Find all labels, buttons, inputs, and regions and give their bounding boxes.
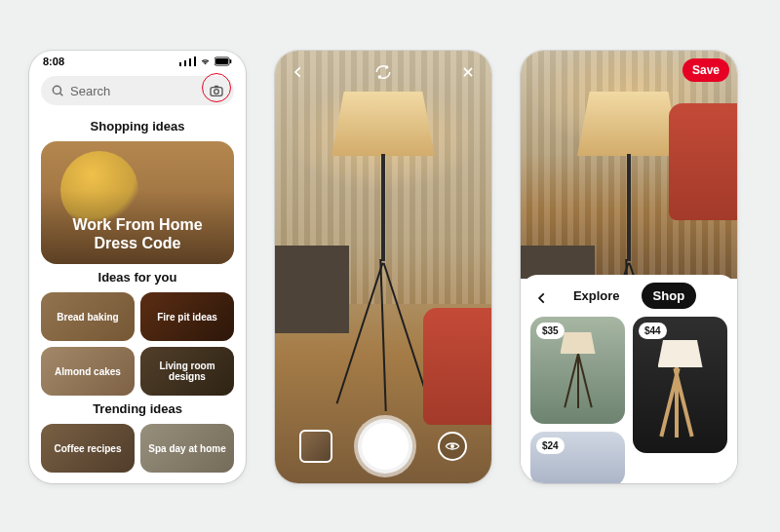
svg-rect-5	[211, 88, 222, 96]
lens-camera-button[interactable]	[207, 81, 226, 100]
svg-point-9	[451, 445, 454, 448]
status-bar: 8:08	[29, 51, 246, 72]
svg-rect-2	[230, 59, 231, 63]
svg-point-3	[53, 86, 60, 94]
status-time: 8:08	[43, 56, 64, 67]
svg-point-6	[214, 90, 219, 95]
status-icons	[179, 57, 232, 66]
shutter-button[interactable]	[358, 419, 412, 474]
camera-bottom-bar	[275, 419, 491, 474]
result-tile[interactable]: $35	[530, 317, 625, 424]
trend-tile-spa[interactable]: Spa day at home	[140, 424, 234, 473]
idea-tile-fire[interactable]: Fire pit ideas	[140, 292, 234, 341]
flip-camera-icon	[374, 63, 392, 81]
tile-label: Bread baking	[53, 312, 122, 323]
segmented-control: Explore Shop	[530, 283, 727, 309]
gallery-thumbnail[interactable]	[299, 430, 332, 463]
battery-icon	[214, 57, 232, 66]
result-hero-image	[521, 51, 737, 279]
tile-label: Spa day at home	[144, 443, 229, 454]
lens-icon	[445, 441, 460, 451]
price-badge: $35	[536, 323, 565, 339]
camera-top-bar	[275, 58, 491, 86]
section-heading-trending: Trending ideas	[41, 401, 234, 416]
price-badge: $24	[536, 437, 565, 454]
close-button[interactable]	[454, 58, 482, 86]
svg-line-4	[59, 93, 62, 95]
flip-camera-button[interactable]	[370, 58, 397, 86]
tile-label: Fire pit ideas	[153, 312, 221, 323]
svg-rect-1	[215, 58, 228, 64]
tile-label: Almond cakes	[51, 366, 125, 377]
screen-results: Save Explore Shop $35 $44 $24	[521, 51, 737, 483]
screen-camera	[275, 51, 491, 483]
search-icon	[51, 84, 64, 97]
back-button[interactable]	[285, 58, 312, 86]
hero-title: Work From Home Dress Code	[53, 216, 222, 252]
result-tile[interactable]: $44	[633, 317, 727, 453]
camera-icon	[209, 83, 224, 98]
shopping-hero-card[interactable]: Work From Home Dress Code	[41, 141, 234, 264]
search-bar[interactable]: Search	[41, 76, 234, 105]
result-tile[interactable]	[633, 461, 727, 483]
chevron-left-icon	[535, 291, 549, 305]
tile-label: Living room designs	[140, 361, 234, 382]
lamp-shade	[332, 92, 435, 156]
price-badge: $44	[639, 323, 667, 339]
home-feed[interactable]: Shopping ideas Work From Home Dress Code…	[29, 113, 246, 481]
save-button[interactable]: Save	[682, 58, 729, 82]
close-icon	[461, 65, 475, 79]
idea-tile-living[interactable]: Living room designs	[140, 347, 234, 396]
tile-label: Coffee recipes	[51, 443, 126, 454]
section-heading-ideas: Ideas for you	[41, 270, 234, 285]
idea-tile-bread[interactable]: Bread baking	[41, 292, 135, 341]
sheet-back-button[interactable]	[530, 286, 554, 310]
wifi-icon	[199, 57, 212, 66]
search-input[interactable]: Search	[70, 84, 201, 98]
results-sheet[interactable]: Explore Shop $35 $44 $24	[521, 275, 737, 483]
screen-home: 8:08 Search Shopping ideas Work From Hom…	[29, 51, 246, 483]
chevron-left-icon	[292, 65, 305, 79]
lens-mode-button[interactable]	[438, 432, 467, 461]
tab-shop[interactable]: Shop	[642, 283, 697, 309]
results-grid[interactable]: $35 $44 $24	[530, 317, 727, 483]
tab-explore[interactable]: Explore	[562, 283, 632, 309]
idea-tile-cake[interactable]: Almond cakes	[41, 347, 135, 396]
section-heading-shopping: Shopping ideas	[41, 119, 234, 133]
trend-tile-coffee[interactable]: Coffee recipes	[41, 424, 135, 473]
result-tile[interactable]: $24	[530, 432, 625, 483]
